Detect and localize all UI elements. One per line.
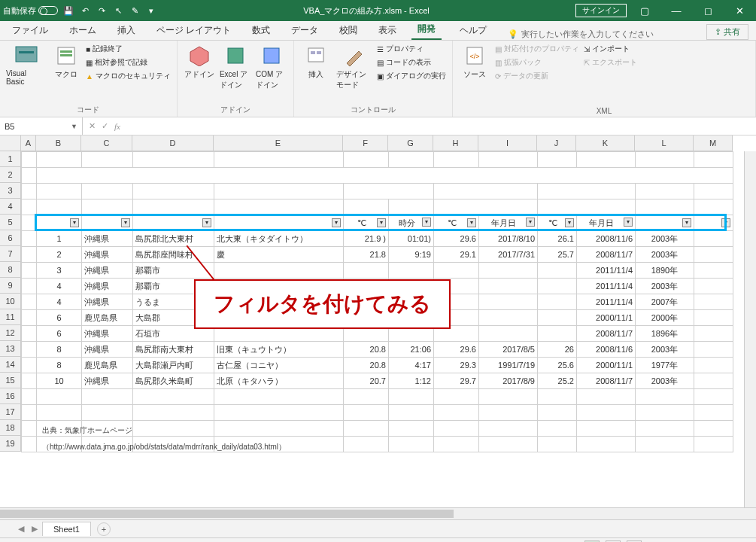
col-header-K[interactable]: K xyxy=(576,136,635,151)
map-props-button: ▤対応付けのプロパティ xyxy=(495,44,579,54)
fx-icon[interactable]: fx xyxy=(114,122,120,131)
row-header-1[interactable]: 1 xyxy=(0,151,21,167)
row-headers[interactable]: 12345678910111213141516171819 xyxy=(0,151,21,452)
worksheet[interactable]: ABCDEFGHIJKLM 12345678910111213141516171… xyxy=(0,136,756,507)
column-headers[interactable]: ABCDEFGHIJKLM xyxy=(21,136,744,151)
touch-icon[interactable]: ✎ xyxy=(129,5,141,17)
insert-control-label: 挿入 xyxy=(308,69,323,80)
col-header-L[interactable]: L xyxy=(635,136,694,151)
row-header-11[interactable]: 11 xyxy=(0,309,21,325)
share-icon: ⇪ xyxy=(715,27,721,36)
col-header-C[interactable]: C xyxy=(81,136,132,151)
row-header-18[interactable]: 18 xyxy=(0,420,21,436)
tab-formulas[interactable]: 数式 xyxy=(246,21,276,40)
macro-security-button[interactable]: ▲マクロのセキュリティ xyxy=(86,71,171,81)
vertical-scrollbar[interactable] xyxy=(744,151,756,507)
properties-button[interactable]: ☰プロパティ xyxy=(377,44,446,54)
autosave-switch-icon xyxy=(38,6,58,15)
tab-insert[interactable]: 挿入 xyxy=(111,21,141,40)
name-box[interactable]: B5 ▼ xyxy=(0,117,83,135)
minimize-icon[interactable]: — xyxy=(663,5,690,17)
row-header-6[interactable]: 6 xyxy=(0,230,21,246)
close-icon[interactable]: ✕ xyxy=(726,5,753,17)
ribbon-tabbar: ファイル ホーム 挿入 ページ レイアウト 数式 データ 校閲 表示 開発 ヘル… xyxy=(0,21,756,41)
formula-input[interactable] xyxy=(126,117,756,135)
tell-me[interactable]: 💡 実行したい作業を入力してください xyxy=(508,29,654,40)
signin-button[interactable]: サインイン xyxy=(575,4,627,17)
maximize-icon[interactable]: ◻ xyxy=(694,5,721,17)
cancel-formula-icon[interactable]: ✕ xyxy=(89,121,96,131)
insert-control-icon xyxy=(304,44,328,68)
import-button[interactable]: ⇲インポート xyxy=(584,44,637,54)
row-header-9[interactable]: 9 xyxy=(0,278,21,294)
tab-home[interactable]: ホーム xyxy=(63,21,102,40)
row-header-5[interactable]: 5 xyxy=(0,215,21,230)
insert-control-button[interactable]: 挿入 xyxy=(300,44,332,80)
col-header-F[interactable]: F xyxy=(343,136,388,151)
relative-ref-button[interactable]: ▦相対参照で記録 xyxy=(86,57,171,68)
run-dialog-button[interactable]: ▣ダイアログの実行 xyxy=(377,71,446,81)
group-label-addins: アドイン xyxy=(184,105,287,115)
tab-nav-next-icon[interactable]: ▶ xyxy=(29,524,41,534)
svg-marker-5 xyxy=(190,47,208,66)
namebox-dropdown-icon[interactable]: ▼ xyxy=(71,123,77,130)
col-header-E[interactable]: E xyxy=(214,136,343,151)
select-all-corner[interactable] xyxy=(0,136,21,151)
autosave-toggle[interactable]: 自動保存 xyxy=(3,5,58,17)
view-code-button[interactable]: ▤コードの表示 xyxy=(377,57,446,68)
design-mode-button[interactable]: デザイン モード xyxy=(336,44,372,90)
svg-rect-1 xyxy=(19,51,34,53)
row-header-3[interactable]: 3 xyxy=(0,183,21,199)
tab-file[interactable]: ファイル xyxy=(6,21,54,40)
row-header-4[interactable]: 4 xyxy=(0,199,21,215)
sheet-tab[interactable]: Sheet1 xyxy=(42,522,91,536)
row-header-12[interactable]: 12 xyxy=(0,325,21,341)
row-header-15[interactable]: 15 xyxy=(0,373,21,388)
tab-data[interactable]: データ xyxy=(285,21,324,40)
row-header-2[interactable]: 2 xyxy=(0,167,21,183)
tab-developer[interactable]: 開発 xyxy=(411,20,442,40)
col-header-B[interactable]: B xyxy=(36,136,81,151)
warning-icon: ▲ xyxy=(86,72,93,81)
com-addin-button[interactable]: COM アドイン xyxy=(256,44,287,90)
undo-icon[interactable]: ↶ xyxy=(79,5,91,17)
qat-dropdown-icon[interactable]: ▾ xyxy=(145,5,157,17)
col-header-D[interactable]: D xyxy=(132,136,214,151)
add-sheet-button[interactable]: + xyxy=(97,522,111,536)
col-header-I[interactable]: I xyxy=(478,136,537,151)
col-header-M[interactable]: M xyxy=(694,136,733,151)
tab-view[interactable]: 表示 xyxy=(372,21,402,40)
col-header-G[interactable]: G xyxy=(388,136,433,151)
col-header-A[interactable]: A xyxy=(21,136,36,151)
redo-icon[interactable]: ↷ xyxy=(96,5,108,17)
row-header-16[interactable]: 16 xyxy=(0,388,21,404)
row-header-14[interactable]: 14 xyxy=(0,357,21,373)
visual-basic-button[interactable]: Visual Basic xyxy=(6,44,47,86)
excel-addin-button[interactable]: Excel アドイン xyxy=(220,44,251,90)
source-button[interactable]: </> ソース xyxy=(459,44,490,80)
row-header-10[interactable]: 10 xyxy=(0,294,21,309)
enter-formula-icon[interactable]: ✓ xyxy=(102,121,108,131)
ribbon-options-icon[interactable]: ▢ xyxy=(631,5,658,17)
tab-layout[interactable]: ページ レイアウト xyxy=(150,21,237,40)
row-header-19[interactable]: 19 xyxy=(0,436,21,452)
row-header-8[interactable]: 8 xyxy=(0,262,21,278)
row-header-7[interactable]: 7 xyxy=(0,246,21,262)
share-button[interactable]: ⇪ 共有 xyxy=(706,24,748,40)
record-stop-button[interactable]: ■記録終了 xyxy=(86,44,171,54)
pointer-icon[interactable]: ↖ xyxy=(112,5,124,17)
row-header-13[interactable]: 13 xyxy=(0,341,21,357)
addin-button[interactable]: アドイン xyxy=(184,44,215,80)
col-header-J[interactable]: J xyxy=(537,136,576,151)
save-icon[interactable]: 💾 xyxy=(62,5,74,17)
source-label: ソース xyxy=(463,69,486,80)
row-header-17[interactable]: 17 xyxy=(0,404,21,420)
tab-nav-prev-icon[interactable]: ◀ xyxy=(15,524,27,534)
expansion-button[interactable]: ▥拡張パック xyxy=(495,57,579,68)
macros-button[interactable]: マクロ xyxy=(51,44,81,80)
pack-icon: ▥ xyxy=(495,59,502,67)
col-header-H[interactable]: H xyxy=(433,136,478,151)
tab-help[interactable]: ヘルプ xyxy=(454,21,493,40)
horizontal-scrollbar[interactable] xyxy=(0,507,756,519)
tab-review[interactable]: 校閲 xyxy=(333,21,363,40)
